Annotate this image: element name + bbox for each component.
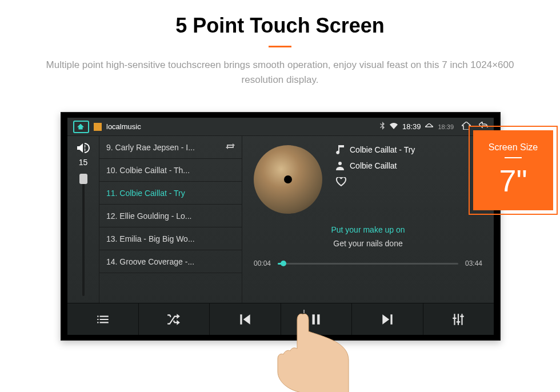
track-label: 12. Ellie Goulding - Lo... <box>106 211 191 221</box>
time-duration: 03:44 <box>465 259 482 267</box>
status-time-2: 18:39 <box>438 123 454 130</box>
badge-label: Screen Size <box>489 142 538 153</box>
song-title-row: Colbie Caillat - Try <box>336 145 415 154</box>
artist-row: Colbie Caillat <box>336 161 415 170</box>
now-playing-panel: Colbie Caillat - Try Colbie Caillat Put … <box>242 136 494 303</box>
wifi-icon <box>390 122 398 131</box>
repeat-icon[interactable] <box>226 142 235 153</box>
track-row[interactable]: 13. Emilia - Big Big Wo... <box>99 227 242 250</box>
track-label: 13. Emilia - Big Big Wo... <box>106 234 195 243</box>
app-tile-icon <box>94 123 102 131</box>
equalizer-button[interactable] <box>423 303 494 335</box>
screen: localmusic 18:39 18:39 <box>67 118 494 335</box>
song-title: Colbie Caillat - Try <box>350 145 415 154</box>
home-outline-icon[interactable] <box>462 122 471 131</box>
shuffle-button[interactable] <box>139 303 210 335</box>
volume-slider[interactable] <box>82 174 85 296</box>
progress-thumb[interactable] <box>281 261 286 266</box>
volume-icon[interactable] <box>77 143 90 155</box>
heart-icon <box>336 177 346 186</box>
volume-thumb[interactable] <box>79 174 87 184</box>
person-icon <box>336 161 344 170</box>
progress-slider[interactable] <box>278 263 458 265</box>
svg-point-0 <box>338 162 342 165</box>
badge-size: 7" <box>499 163 527 198</box>
time-elapsed: 00:04 <box>254 259 271 267</box>
page-title: 5 Point Touch Screen <box>0 14 560 38</box>
transport-controls <box>67 303 494 335</box>
lyrics: Put your make up on Get your nails done <box>254 225 482 248</box>
next-button[interactable] <box>352 303 423 335</box>
favorite-button[interactable] <box>336 177 415 186</box>
playlist-button[interactable] <box>67 303 139 335</box>
screen-size-badge: Screen Size 7" <box>473 130 553 210</box>
playlist[interactable]: 9. Carly Rae Jepsen - I... 10. Colbie Ca… <box>99 136 242 303</box>
music-note-icon <box>336 145 344 154</box>
section-title: localmusic <box>106 122 141 131</box>
track-label: 9. Carly Rae Jepsen - I... <box>106 143 195 152</box>
track-row[interactable]: 9. Carly Rae Jepsen - I... <box>99 136 242 159</box>
track-row[interactable]: 14. Groove Coverage -... <box>99 250 242 273</box>
track-label: 10. Colbie Caillat - Th... <box>106 166 190 175</box>
progress-row: 00:04 03:44 <box>254 259 482 267</box>
volume-value: 15 <box>79 158 88 167</box>
status-bar: localmusic 18:39 18:39 <box>67 118 494 136</box>
caret-up-icon[interactable] <box>425 122 433 131</box>
artist-name: Colbie Caillat <box>350 161 397 170</box>
volume-panel: 15 <box>67 136 99 303</box>
home-icon[interactable] <box>73 121 89 133</box>
previous-button[interactable] <box>210 303 281 335</box>
title-underline <box>269 46 291 47</box>
track-row[interactable]: 10. Colbie Caillat - Th... <box>99 159 242 182</box>
status-time-1: 18:39 <box>402 122 421 131</box>
track-label: 14. Groove Coverage -... <box>106 257 194 266</box>
bluetooth-icon <box>379 122 385 131</box>
device-frame: localmusic 18:39 18:39 <box>61 112 501 341</box>
track-row[interactable]: 11. Colbie Caillat - Try <box>99 182 242 205</box>
lyric-next: Get your nails done <box>254 239 482 248</box>
lyric-current: Put your make up on <box>254 225 482 234</box>
play-pause-button[interactable] <box>281 303 353 335</box>
album-art <box>254 145 322 214</box>
track-label: 11. Colbie Caillat - Try <box>106 189 185 198</box>
badge-divider <box>505 157 522 158</box>
track-row[interactable]: 12. Ellie Goulding - Lo... <box>99 205 242 227</box>
page-subtitle: Multiple point high-sensitive touchscree… <box>46 58 514 87</box>
